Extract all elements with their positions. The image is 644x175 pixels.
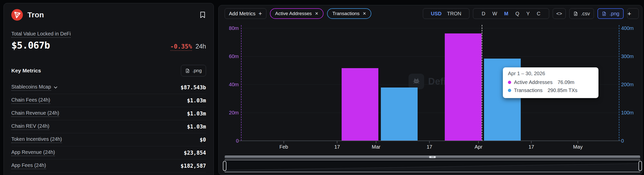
tvl-period-label: 24h [195, 43, 206, 50]
metric-row-stablecoins-mcap: Stablecoins Mcap $87.543b [11, 81, 206, 94]
y-axis-tick-label: 100m [621, 109, 641, 116]
y-axis-tick-label: 200m [621, 81, 641, 88]
x-axis-label: 17 [326, 144, 348, 150]
y-axis-tick-label: 80m [219, 25, 239, 31]
page-title: Tron [27, 11, 44, 19]
chevron-down-icon [54, 86, 58, 89]
gridline [241, 113, 619, 113]
metric-row-chain-revenue: Chain Revenue (24h) $1.03m [11, 107, 206, 120]
bar-chart[interactable]: 0 20m 40m 60m 80m 0 100m 200m 300m 400m … [219, 5, 642, 175]
bar-transactions-mar-2026[interactable] [381, 88, 418, 141]
bar-active-addresses-apr-2026[interactable] [445, 33, 481, 141]
x-axis-label: Feb [272, 144, 295, 150]
x-axis-label: May [567, 144, 589, 150]
metric-row-app-revenue: App Revenue (24h) $23,854 [11, 146, 206, 159]
x-axis-tick [478, 141, 479, 143]
x-axis-tick [376, 141, 376, 143]
x-axis-label: Apr [467, 144, 490, 150]
metric-row-chain-fees: Chain Fees (24h) $1.03m [11, 94, 206, 107]
date-range-brush[interactable] [225, 160, 640, 172]
metric-row-chain-rev: Chain REV (24h) $1.03m [11, 120, 206, 133]
tooltip-row-active-addresses: Active Addresses 76.09m [508, 78, 593, 86]
x-axis-tick [429, 141, 430, 143]
series-dot-icon [508, 81, 511, 84]
tvl-value: $5.067b [11, 40, 50, 51]
y-axis-tick-label: 20m [219, 109, 239, 116]
x-axis-tick [337, 141, 337, 143]
key-metrics-title: Key Metrics [11, 68, 41, 74]
tooltip-row-transactions: Transactions 290.85m TXs [508, 86, 593, 94]
defillama-llama-icon [409, 74, 424, 89]
gridline [241, 56, 619, 57]
bookmark-icon[interactable] [199, 11, 206, 19]
metric-row-token-incentives: Token Incentives (24h) $0 [11, 133, 206, 146]
scrollbar-grip-icon[interactable] [429, 156, 436, 158]
gridline [241, 28, 619, 28]
export-png-button-left[interactable]: .png [181, 65, 206, 76]
metric-row-dexs-volume: DEXs Volume (24h) $44.44m [11, 172, 206, 175]
x-axis-tick [531, 141, 532, 143]
key-metrics-list: Stablecoins Mcap $87.543b Chain Fees (24… [11, 81, 206, 175]
series-dot-icon [508, 89, 511, 92]
y-axis-tick-label: 300m [621, 53, 641, 60]
metric-row-app-fees: App Fees (24h) $182,587 [11, 159, 206, 172]
tooltip-date-range: Apr 1 – 30, 2026 [508, 71, 593, 76]
brush-handle-right[interactable] [638, 161, 642, 171]
bar-active-addresses-mar-2026[interactable] [342, 68, 378, 141]
x-axis-label: 17 [520, 144, 543, 150]
chart-tooltip: Apr 1 – 30, 2026 Active Addresses 76.09m… [503, 67, 598, 98]
y-axis-tick-label: 400m [621, 25, 641, 31]
y-axis-tick-label: 40m [219, 81, 239, 88]
chain-header: Tron [11, 9, 206, 21]
y-axis-tick-label: 0 [219, 138, 239, 144]
file-download-icon [185, 68, 190, 73]
x-axis-tick [284, 141, 284, 143]
x-axis-tick [578, 141, 578, 143]
chart-panel: Add Metrics + Active Addresses × Transac… [218, 5, 642, 175]
tvl-change-24h[interactable]: -0.35% [170, 43, 192, 51]
chain-overview-panel: Tron Total Value Locked in DeFi $5.067b … [4, 3, 214, 175]
y-axis-tick-label: 0 [621, 138, 641, 144]
hover-crosshair-line [482, 25, 482, 141]
chart-zoom-scrollbar[interactable] [225, 156, 640, 158]
x-axis-label: 17 [418, 144, 441, 150]
right-y-axis [619, 25, 619, 141]
tvl-label[interactable]: Total Value Locked in DeFi [11, 31, 71, 38]
x-axis-label: Mar [365, 144, 387, 150]
left-y-axis [241, 25, 242, 141]
tron-logo-icon [11, 9, 23, 21]
brush-handle-left[interactable] [223, 161, 226, 171]
y-axis-tick-label: 60m [219, 53, 239, 60]
